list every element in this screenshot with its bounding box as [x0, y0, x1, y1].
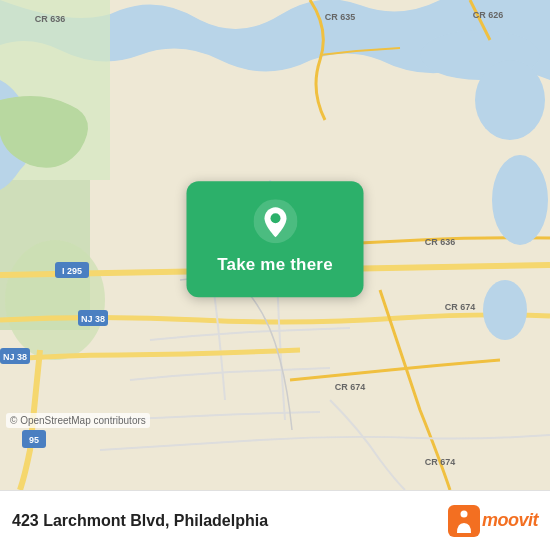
- svg-text:CR 674: CR 674: [445, 302, 476, 312]
- cta-label: Take me there: [217, 255, 333, 275]
- svg-point-27: [460, 510, 467, 517]
- take-me-there-button[interactable]: Take me there: [187, 181, 364, 297]
- svg-text:CR 674: CR 674: [425, 457, 456, 467]
- svg-point-25: [270, 213, 280, 223]
- location-pin-icon: [253, 199, 297, 243]
- svg-point-5: [5, 240, 105, 360]
- copyright-text: © OpenStreetMap contributors: [10, 415, 146, 426]
- map-view: I 295 NJ 38 NJ 38 CR 636 CR 635 CR 626 C…: [0, 0, 550, 490]
- copyright-notice: © OpenStreetMap contributors: [6, 413, 150, 428]
- svg-text:NJ 38: NJ 38: [3, 352, 27, 362]
- svg-point-23: [483, 280, 527, 340]
- svg-text:CR 636: CR 636: [425, 237, 456, 247]
- moovit-logo-icon: [448, 505, 480, 537]
- svg-text:NJ 38: NJ 38: [81, 314, 105, 324]
- svg-text:CR 635: CR 635: [325, 12, 356, 22]
- svg-text:CR 674: CR 674: [335, 382, 366, 392]
- moovit-wordmark: moovit: [482, 510, 538, 531]
- svg-text:CR 636: CR 636: [35, 14, 66, 24]
- svg-text:CR 626: CR 626: [473, 10, 504, 20]
- svg-text:I 295: I 295: [62, 266, 82, 276]
- moovit-logo: moovit: [448, 505, 538, 537]
- svg-point-2: [475, 60, 545, 140]
- svg-point-22: [492, 155, 548, 245]
- bottom-bar: 423 Larchmont Blvd, Philadelphia moovit: [0, 490, 550, 550]
- address-label: 423 Larchmont Blvd, Philadelphia: [12, 512, 440, 530]
- svg-text:95: 95: [29, 435, 39, 445]
